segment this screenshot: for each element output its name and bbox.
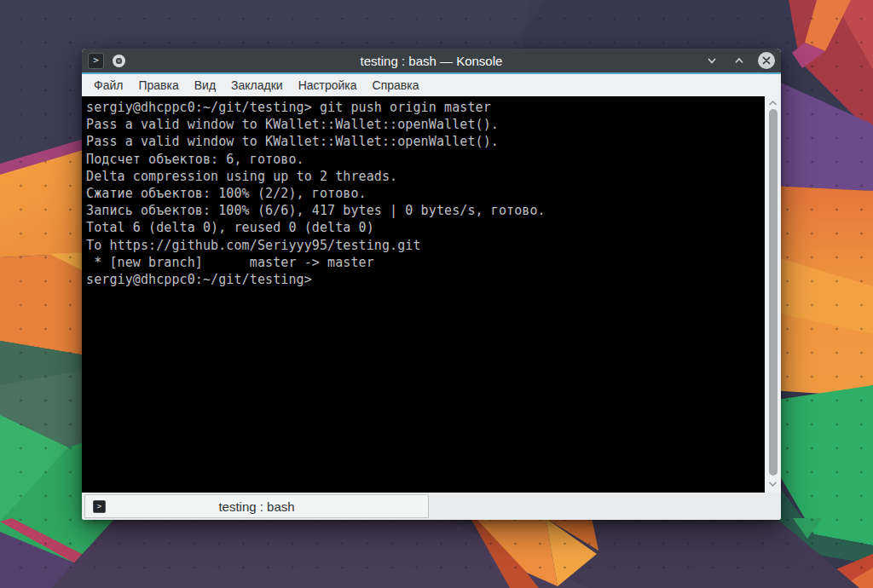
terminal-output[interactable]: sergiy@dhcppc0:~/git/testing> git push o… xyxy=(82,96,781,493)
scroll-up-arrow-icon[interactable] xyxy=(765,98,781,108)
terminal-line: Pass a valid window to KWallet::Wallet::… xyxy=(86,133,759,150)
terminal-line: To https://github.com/Seriyyy95/testing.… xyxy=(86,237,759,254)
menu-item-view[interactable]: Вид xyxy=(187,74,223,96)
terminal-line: Delta compression using up to 2 threads. xyxy=(86,168,759,185)
terminal-line: Pass a valid window to KWallet::Wallet::… xyxy=(86,116,759,133)
terminal-line: Запись объектов: 100% (6/6), 417 bytes |… xyxy=(86,202,759,219)
terminal-line: Сжатие объектов: 100% (2/2), готово. xyxy=(86,185,759,202)
terminal-line: * [new branch] master -> master xyxy=(86,254,759,271)
window-menu-dot-icon[interactable] xyxy=(113,55,125,67)
minimize-button[interactable] xyxy=(703,52,720,69)
menu-bar: Файл Правка Вид Закладки Настройка Справ… xyxy=(82,74,781,96)
menu-item-bookmarks[interactable]: Закладки xyxy=(223,74,291,96)
terminal-tab-icon: > xyxy=(93,500,106,513)
terminal-line: sergiy@dhcppc0:~/git/testing> git push o… xyxy=(86,99,759,116)
terminal-line: Подсчет объектов: 6, готово. xyxy=(86,151,759,168)
chevron-down-icon xyxy=(706,55,718,66)
scroll-down-arrow-icon[interactable] xyxy=(765,479,781,489)
terminal-line: sergiy@dhcppc0:~/git/testing> xyxy=(86,271,759,288)
close-x-icon xyxy=(761,55,772,66)
maximize-button[interactable] xyxy=(731,52,748,69)
titlebar[interactable]: > testing : bash — Konsole xyxy=(82,49,781,72)
menu-item-settings[interactable]: Настройка xyxy=(291,74,365,96)
menu-item-file[interactable]: Файл xyxy=(86,74,130,96)
menu-item-help[interactable]: Справка xyxy=(365,74,427,96)
tab-bar: > testing : bash xyxy=(82,493,781,520)
window-title: testing : bash — Konsole xyxy=(82,54,781,68)
chevron-up-icon xyxy=(733,55,745,66)
terminal-line: Total 6 (delta 0), reused 0 (delta 0) xyxy=(86,219,759,236)
close-button[interactable] xyxy=(758,52,775,69)
desktop: > testing : bash — Konsole xyxy=(0,0,873,588)
tab-testing-bash[interactable]: > testing : bash xyxy=(84,494,429,518)
konsole-window: > testing : bash — Konsole xyxy=(82,49,781,520)
scrollbar-track[interactable] xyxy=(765,96,781,493)
window-controls xyxy=(703,52,775,69)
konsole-app-icon: > xyxy=(88,53,104,69)
tab-label: testing : bash xyxy=(218,499,294,514)
scrollbar-thumb[interactable] xyxy=(769,109,778,476)
menu-item-edit[interactable]: Правка xyxy=(130,74,186,96)
